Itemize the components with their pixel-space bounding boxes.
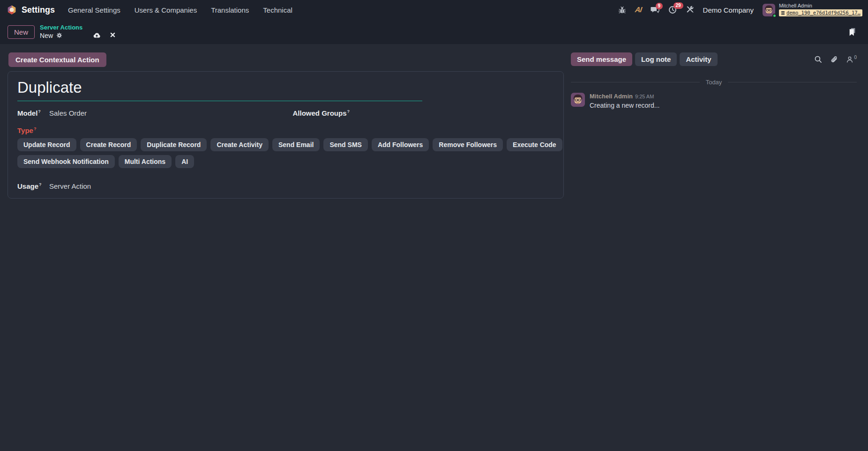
breadcrumb: Server Actions New (40, 24, 82, 39)
type-option-button[interactable]: Send Webhook Notification (17, 155, 115, 168)
type-option-button[interactable]: AI (175, 155, 194, 168)
app-switcher[interactable]: Settings (7, 5, 62, 15)
online-status-dot (772, 14, 777, 18)
allowed-groups-help-marker: ? (347, 109, 350, 114)
menu-item[interactable]: General Settings (62, 3, 126, 17)
chatter-panel: Send message Log note Activity (565, 44, 868, 109)
type-option-button[interactable]: Remove Followers (433, 138, 503, 151)
type-help-marker: ? (34, 126, 37, 131)
main-menu: General SettingsUsers & CompaniesTransla… (62, 3, 298, 17)
odoo-logo-icon[interactable] (7, 5, 17, 15)
content-area: Create Contextual Action Duplicate Model… (0, 44, 868, 199)
search-messages-icon[interactable] (814, 55, 822, 63)
save-cloud-icon[interactable] (93, 31, 101, 38)
type-option-button[interactable]: Multi Actions (119, 155, 172, 168)
menu-item[interactable]: Translations (205, 3, 254, 17)
form-column: Create Contextual Action Duplicate Model… (0, 44, 565, 199)
messages-icon[interactable]: 9 (651, 6, 659, 14)
chatter-message[interactable]: Mitchell Admin9:25 AM Creating a new rec… (571, 93, 857, 109)
user-avatar (763, 4, 775, 16)
message-body: Creating a new record... (590, 102, 659, 109)
chatter-tools: 0 (814, 55, 857, 63)
type-option-button[interactable]: Create Record (80, 138, 137, 151)
debug-bug-icon[interactable] (618, 6, 626, 14)
allowed-groups-label: Allowed Groups? (293, 109, 350, 117)
type-label: Type? (17, 126, 554, 134)
user-name: Mitchell Admin (779, 3, 812, 8)
type-option-button[interactable]: Create Activity (210, 138, 269, 151)
type-option-button[interactable]: Duplicate Record (141, 138, 207, 151)
type-options-row-2: Send Webhook NotificationMulti ActionsAI (17, 155, 554, 168)
navbar-systray: AI 9 29 D (618, 3, 863, 16)
message-author-avatar (571, 93, 585, 107)
model-label: Model? (17, 109, 48, 117)
type-option-button[interactable]: Send Email (272, 138, 320, 151)
date-divider: Today (571, 79, 857, 86)
menu-item[interactable]: Technical (257, 3, 298, 17)
usage-value[interactable]: Server Action (49, 182, 91, 190)
usage-label: Usage? (17, 182, 48, 190)
type-option-button[interactable]: Send SMS (323, 138, 367, 151)
followers-person-icon (846, 56, 853, 63)
date-divider-label: Today (706, 79, 722, 86)
top-navbar: Settings General SettingsUsers & Compani… (0, 0, 868, 20)
new-record-button[interactable]: New (7, 25, 35, 39)
ai-icon[interactable]: AI (635, 6, 642, 14)
allowed-groups-field-row: Allowed Groups? (293, 109, 554, 117)
followers-button[interactable]: 0 (846, 56, 857, 63)
usage-field-row: Usage? Server Action (17, 182, 554, 190)
message-time: 9:25 AM (635, 94, 654, 99)
activities-clock-icon[interactable]: 29 (668, 6, 677, 14)
action-name-input[interactable]: Duplicate (17, 79, 422, 101)
record-actions-gear-icon[interactable] (56, 32, 62, 38)
model-help-marker: ? (38, 109, 41, 114)
type-option-button[interactable]: Execute Code (507, 138, 562, 151)
knowledge-bookmark-icon[interactable] (848, 28, 856, 37)
dirty-record-indicators (93, 31, 116, 38)
log-note-button[interactable]: Log note (635, 52, 677, 66)
menu-item[interactable]: Users & Companies (129, 3, 202, 17)
chatter-header: Send message Log note Activity (571, 52, 857, 66)
messages-badge: 9 (656, 3, 663, 9)
type-options-row-1: Update RecordCreate RecordDuplicate Reco… (17, 138, 554, 151)
model-field-row: Model? Sales Order (17, 109, 279, 117)
message-content: Mitchell Admin9:25 AM Creating a new rec… (590, 93, 659, 109)
attachments-paperclip-icon[interactable] (830, 55, 838, 63)
form-sheet: Duplicate Model? Sales Order Allowed Gro… (7, 71, 564, 199)
send-message-button[interactable]: Send message (571, 52, 632, 66)
activity-button[interactable]: Activity (680, 52, 717, 66)
model-value[interactable]: Sales Order (49, 109, 87, 117)
database-name: demo_190_e76d1df9d256_17… (786, 10, 861, 16)
database-badge[interactable]: demo_190_e76d1df9d256_17… (779, 9, 862, 16)
followers-count: 0 (854, 55, 857, 60)
discard-x-icon[interactable] (110, 32, 116, 38)
tools-icon[interactable] (686, 6, 694, 14)
breadcrumb-current: New (40, 32, 53, 39)
type-option-button[interactable]: Update Record (17, 138, 76, 151)
odoo-settings-page: Settings General SettingsUsers & Compani… (0, 0, 868, 451)
usage-help-marker: ? (39, 182, 42, 187)
app-name[interactable]: Settings (22, 5, 55, 15)
type-section: Type? Update RecordCreate RecordDuplicat… (17, 126, 554, 168)
type-option-button[interactable]: Add Followers (372, 138, 429, 151)
message-author[interactable]: Mitchell Admin (590, 93, 633, 100)
control-panel: New Server Actions New (0, 20, 868, 44)
breadcrumb-parent-link[interactable]: Server Actions (40, 24, 82, 31)
user-menu[interactable]: Mitchell Admin demo_190_e76d1df9d256_17… (763, 3, 862, 16)
create-contextual-action-button[interactable]: Create Contextual Action (8, 52, 106, 67)
database-icon (781, 11, 785, 15)
activities-badge: 29 (673, 2, 683, 9)
user-info: Mitchell Admin demo_190_e76d1df9d256_17… (779, 3, 862, 16)
company-switcher[interactable]: Demo Company (703, 6, 754, 14)
